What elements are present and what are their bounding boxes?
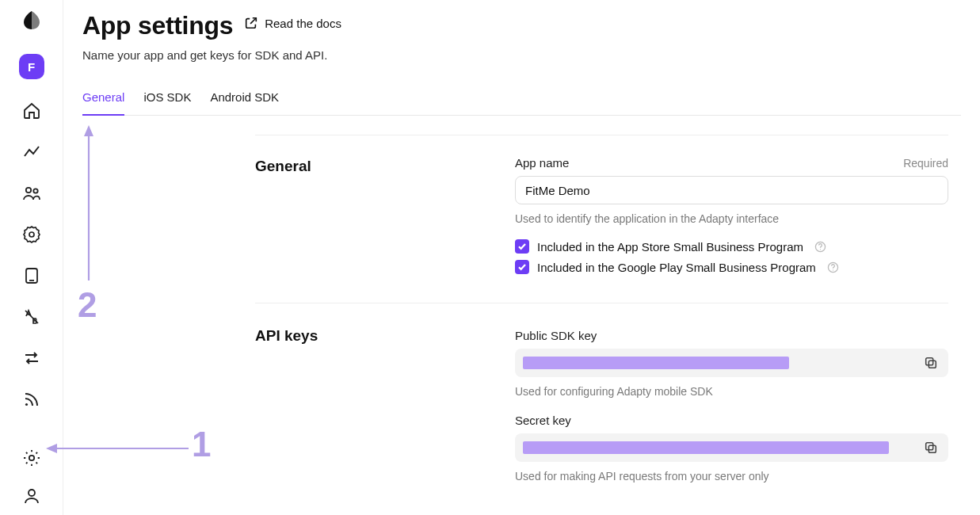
copy-secret-key-button[interactable] <box>920 437 942 459</box>
section-api-keys: API keys Public SDK key Used for co <box>255 326 948 498</box>
secret-key-field[interactable] <box>515 433 948 462</box>
checkbox-google-play[interactable] <box>515 260 529 274</box>
section-title-general: General <box>255 156 515 274</box>
secret-key-hint: Used for making API requests from your s… <box>515 470 948 483</box>
sidebar: F <box>0 0 63 515</box>
home-icon[interactable] <box>22 101 41 120</box>
feed-icon[interactable] <box>22 390 41 409</box>
section-divider <box>255 303 948 303</box>
tab-ios-sdk[interactable]: iOS SDK <box>143 87 191 115</box>
workspace-avatar[interactable]: F <box>19 54 44 79</box>
checkbox-app-store-label: Included in the App Store Small Business… <box>537 240 803 254</box>
svg-point-7 <box>29 490 35 496</box>
svg-marker-19 <box>84 125 93 136</box>
external-link-icon <box>244 16 258 30</box>
checkbox-app-store[interactable] <box>515 239 529 254</box>
section-general: General App name Required Used to identi… <box>255 156 948 274</box>
svg-marker-17 <box>46 444 57 453</box>
public-sdk-key-hint: Used for configuring Adapty mobile SDK <box>515 385 948 398</box>
app-logo <box>21 10 43 32</box>
read-docs-link[interactable]: Read the docs <box>244 16 341 30</box>
read-docs-label: Read the docs <box>265 17 341 30</box>
analytics-icon[interactable] <box>22 143 41 162</box>
svg-point-2 <box>29 232 34 237</box>
users-icon[interactable] <box>22 184 41 203</box>
svg-point-9 <box>820 249 821 250</box>
arrow-icon <box>46 441 190 456</box>
main-content: App settings Read the docs Name your app… <box>63 0 980 515</box>
secret-key-redacted <box>523 441 889 454</box>
public-sdk-key-redacted <box>523 357 789 369</box>
app-name-hint: Used to identify the application in the … <box>515 212 948 225</box>
page-subtitle: Name your app and get keys for SDK and A… <box>82 48 961 62</box>
copy-public-key-button[interactable] <box>920 352 942 374</box>
svg-point-0 <box>25 188 30 193</box>
annotation-number-2: 2 <box>78 285 97 325</box>
public-sdk-key-label: Public SDK key <box>515 329 597 342</box>
tab-general[interactable]: General <box>82 87 124 115</box>
arrow-icon <box>81 125 97 280</box>
svg-point-1 <box>33 189 37 193</box>
tab-android-sdk[interactable]: Android SDK <box>210 87 279 115</box>
page-header: App settings Read the docs <box>82 11 961 40</box>
secret-key-label: Secret key <box>515 414 571 427</box>
profile-icon[interactable] <box>22 486 41 505</box>
content-area: General App name Required Used to identi… <box>82 116 961 498</box>
help-icon[interactable] <box>814 241 826 253</box>
badge-gear-icon[interactable] <box>22 225 41 244</box>
tabs: General iOS SDK Android SDK <box>82 87 961 116</box>
page-title: App settings <box>82 11 233 40</box>
svg-point-6 <box>29 456 33 460</box>
app-name-label: App name <box>515 156 569 170</box>
svg-point-5 <box>25 403 27 406</box>
section-title-api-keys: API keys <box>255 326 515 498</box>
help-icon[interactable] <box>827 261 839 273</box>
required-label: Required <box>903 157 948 170</box>
ab-test-icon[interactable] <box>22 307 41 326</box>
annotation-number-1: 1 <box>192 425 211 464</box>
swap-icon[interactable] <box>22 349 41 368</box>
settings-gear-icon[interactable] <box>22 448 41 467</box>
public-sdk-key-field[interactable] <box>515 349 948 377</box>
app-name-input[interactable] <box>515 176 948 204</box>
svg-point-11 <box>833 269 833 270</box>
checkbox-google-play-label: Included in the Google Play Small Busine… <box>537 261 816 274</box>
tablet-icon[interactable] <box>22 266 41 285</box>
